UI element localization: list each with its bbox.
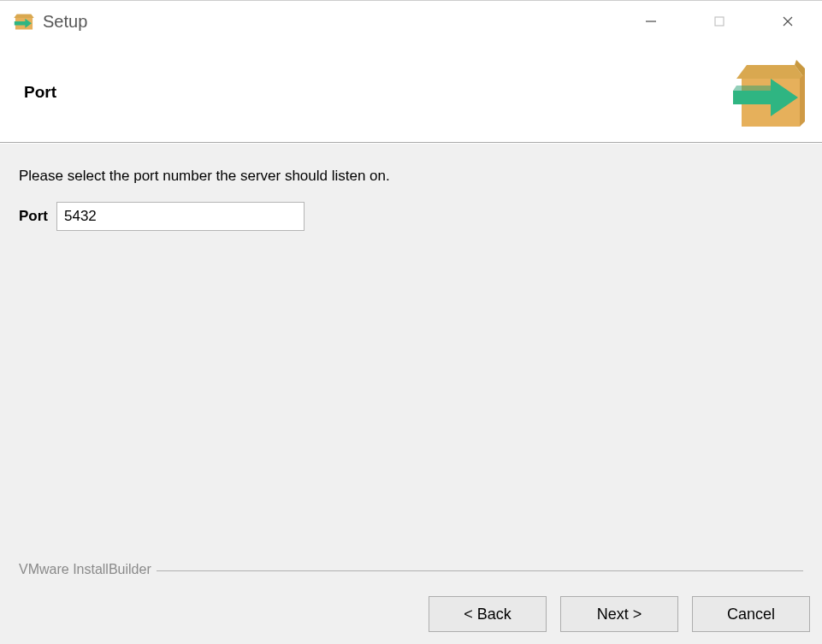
svg-marker-8 (736, 65, 805, 79)
port-row: Port (19, 202, 803, 231)
box-arrow-icon (12, 9, 36, 33)
window-title: Setup (43, 12, 87, 32)
next-button[interactable]: Next > (560, 596, 678, 632)
svg-rect-5 (715, 17, 724, 26)
page-heading: Port (24, 83, 56, 102)
branding: VMware InstallBuilder (19, 562, 803, 579)
titlebar: Setup (0, 1, 822, 42)
wizard-footer: < Back Next > Cancel (0, 591, 822, 644)
cancel-button[interactable]: Cancel (692, 596, 810, 632)
box-arrow-icon-large (728, 51, 813, 137)
svg-marker-11 (800, 74, 805, 127)
port-input[interactable] (56, 202, 305, 231)
instruction-text: Please select the port number the server… (19, 168, 803, 185)
minimize-button[interactable] (617, 1, 685, 42)
port-label: Port (19, 208, 48, 225)
maximize-button[interactable] (685, 1, 754, 42)
page-header: Port (0, 42, 822, 143)
branding-text: VMware InstallBuilder (19, 562, 157, 577)
page-body: Please select the port number the server… (0, 143, 822, 591)
close-button[interactable] (754, 1, 822, 42)
setup-window: Setup Port (0, 0, 822, 644)
svg-marker-0 (14, 15, 34, 18)
back-button[interactable]: < Back (429, 596, 547, 632)
svg-marker-13 (733, 86, 771, 91)
window-controls (617, 1, 822, 42)
